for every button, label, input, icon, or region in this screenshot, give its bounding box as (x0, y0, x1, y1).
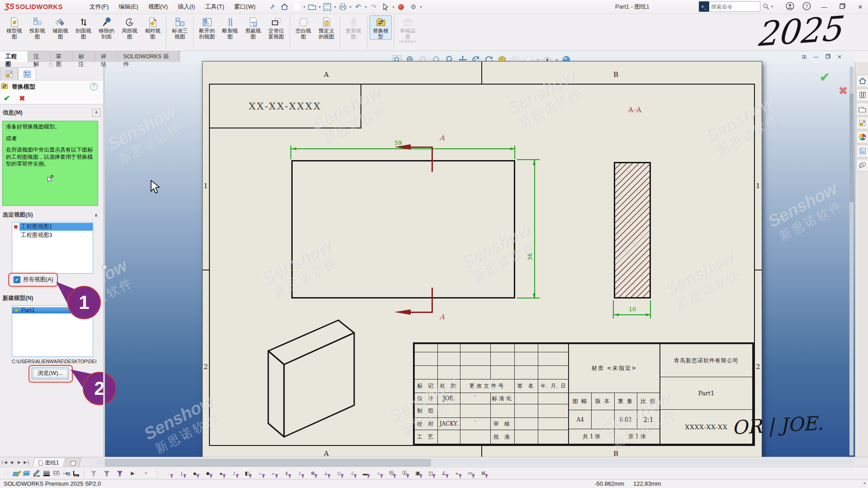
section-view-button[interactable]: 剖面视图 (72, 15, 95, 40)
empty-view-button[interactable]: 空白视图 (292, 15, 314, 40)
menu-window[interactable]: 窗口(W) (229, 1, 261, 13)
menu-tools[interactable]: 工具(T) (200, 1, 229, 13)
search-icon[interactable] (760, 2, 771, 12)
filter-surface-finish-icon[interactable]: Ⓐ (400, 469, 409, 478)
doc-minimize-icon[interactable]: — (812, 54, 820, 60)
list-item-label[interactable]: 工程图视图3 (19, 232, 53, 239)
help-icon[interactable]: ? (802, 2, 811, 12)
detail-view-button[interactable]: A局部视图 (119, 15, 141, 40)
toggle-selection-filters-icon[interactable] (115, 469, 124, 478)
panel-splitter[interactable] (103, 62, 105, 457)
collapse-icon[interactable]: ∧ (95, 213, 98, 218)
list-item[interactable]: 工程图视图3 (12, 231, 93, 240)
drawing-view-3-section[interactable] (614, 162, 651, 298)
remove-view-icon[interactable]: ✖ (12, 224, 19, 230)
select-caret[interactable]: ▾ (393, 5, 394, 9)
3dexperience-icon[interactable] (396, 2, 407, 12)
filter-off-icon[interactable] (89, 469, 98, 478)
doc-tile-icon[interactable]: ⊞ (801, 54, 808, 60)
open-button[interactable] (307, 2, 318, 12)
selected-views-group-header[interactable]: 选定视图(S) ∧ (3, 211, 100, 219)
panel-splitter-grip[interactable] (102, 265, 107, 270)
graphics-area[interactable]: ▾ ▾ ⊞ — ✕ ✔ ✖ A B A B 1 2 (105, 51, 855, 457)
prev-sheet-button[interactable]: ◀ (8, 458, 15, 466)
save-caret[interactable]: ▾ (334, 5, 336, 9)
undo-button[interactable]: ↶ (353, 2, 364, 12)
user-account-icon[interactable] (786, 2, 794, 12)
statusbar-expand-icon[interactable]: ◂ (863, 480, 865, 485)
filter-centerlines-icon[interactable]: / (295, 469, 304, 478)
line-style-icon[interactable] (52, 469, 62, 478)
filter-weld-symbols-icon[interactable]: ▬ (361, 469, 370, 478)
color-display-mode-icon[interactable] (71, 469, 81, 478)
broken-out-section-button[interactable]: 断开的剖视图 (196, 15, 218, 40)
filter-center-marks-icon[interactable]: ‖ (282, 469, 291, 478)
restore-button[interactable] (837, 3, 847, 10)
collapse-icon[interactable]: ∧ (92, 109, 100, 117)
menu-file[interactable]: 文件(F) (85, 1, 114, 13)
filter-midpoints-icon[interactable]: ⌐ (269, 469, 278, 478)
view-palette-icon[interactable] (856, 117, 868, 129)
projected-view-button[interactable]: 投影视图 (26, 15, 48, 40)
layers-icon[interactable] (22, 469, 32, 478)
relative-view-button[interactable]: 相对视图 (142, 15, 164, 40)
close-button[interactable]: ✕ (855, 4, 865, 10)
print-caret[interactable]: ▾ (350, 5, 351, 9)
design-library-icon[interactable] (856, 89, 868, 101)
tab-markup[interactable]: 标注 (73, 51, 95, 62)
menu-edit[interactable]: 编辑(E) (114, 1, 143, 13)
first-sheet-button[interactable]: ❘◀ (0, 458, 8, 466)
redo-button[interactable]: ↷ (368, 2, 379, 12)
open-caret[interactable]: ▾ (319, 5, 321, 9)
pin-menu-icon[interactable] (267, 2, 278, 12)
alternate-position-view-button[interactable]: 交替位置视图 (265, 15, 287, 40)
drawing-view-isometric[interactable] (264, 316, 359, 446)
vertical-scrollbar[interactable] (849, 66, 854, 455)
filter-cosmetic-threads-icon[interactable]: ∠ (440, 469, 448, 478)
horizontal-scrollbar[interactable] (96, 459, 854, 465)
confirmation-corner-cancel-icon[interactable]: ✖ (839, 85, 848, 97)
standard-3-view-button[interactable]: 标准三视图 (169, 15, 191, 40)
select-cursor-icon[interactable]: ▶ (128, 469, 137, 478)
line-thickness-icon[interactable] (42, 469, 52, 478)
last-sheet-button[interactable]: ▶❘ (23, 458, 31, 466)
crop-view-button[interactable]: 剪裁视图 (242, 15, 264, 40)
help-icon[interactable]: ? (90, 83, 98, 90)
filter-blocks-icon[interactable]: ▣ (413, 469, 422, 478)
cancel-button[interactable]: ✖ (19, 94, 25, 103)
line-color-icon[interactable] (32, 469, 42, 478)
doc-close-icon[interactable]: ✕ (836, 54, 843, 60)
save-button[interactable] (322, 2, 333, 12)
featuremanager-tab-icon[interactable] (0, 67, 18, 80)
list-item[interactable]: ✖ 工程图视图1 (12, 223, 93, 231)
panel-grip[interactable] (49, 63, 53, 67)
filter-axes-icon[interactable]: ● (217, 469, 225, 478)
tab-annotation[interactable]: 注解 (28, 51, 51, 62)
filter-routing-points-icon[interactable]: ▭ (466, 469, 474, 478)
search-input[interactable] (709, 1, 760, 12)
propertymanager-tab-icon[interactable] (18, 67, 36, 80)
appearances-icon[interactable] (856, 131, 868, 143)
filter-combined-icon[interactable] (102, 469, 111, 478)
select-button[interactable] (380, 2, 391, 12)
add-sheet-tab[interactable] (64, 458, 81, 467)
dimension-text[interactable]: 36 (526, 253, 533, 261)
tab-evaluate[interactable]: 评估 (95, 51, 118, 62)
undo-caret[interactable]: ▾ (365, 5, 367, 9)
confirmation-corner-ok-icon[interactable]: ✔ (820, 70, 830, 85)
file-explorer-icon[interactable] (856, 103, 868, 115)
doc-restore-icon[interactable] (824, 54, 831, 60)
auxiliary-view-button[interactable]: 辅助视图 (49, 15, 71, 40)
filter-dimensions-icon[interactable]: ⊕ (308, 469, 317, 478)
predefined-view-button[interactable]: 预定义的视图 (315, 15, 337, 40)
home-button[interactable] (279, 2, 290, 12)
drawing-view-1[interactable] (291, 160, 515, 298)
search-caret[interactable]: ▾ (771, 5, 773, 9)
filter-sketch-segments-icon[interactable]: ▫ (256, 469, 265, 478)
replace-model-button[interactable]: 替换模型 (370, 15, 392, 40)
filter-datums-icon[interactable]: Ⓝ (387, 469, 396, 478)
ok-button[interactable]: ✔ (4, 94, 10, 103)
filter-annotations-icon[interactable]: ⊥ (322, 469, 330, 478)
horizontal-scrollbar-thumb[interactable] (105, 459, 431, 466)
hide-show-edges-icon[interactable] (62, 469, 71, 478)
